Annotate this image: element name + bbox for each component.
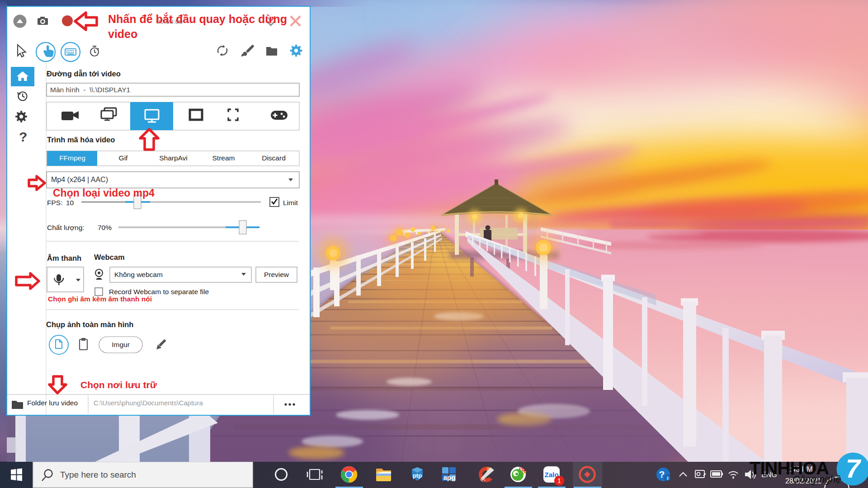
svg-text:ptp: ptp	[413, 472, 422, 479]
svg-text:1: 1	[557, 477, 561, 484]
svg-text:?: ?	[19, 129, 27, 144]
svg-text:?: ?	[659, 469, 665, 479]
svg-text:apg: apg	[443, 474, 456, 481]
svg-text:i: i	[667, 476, 669, 481]
